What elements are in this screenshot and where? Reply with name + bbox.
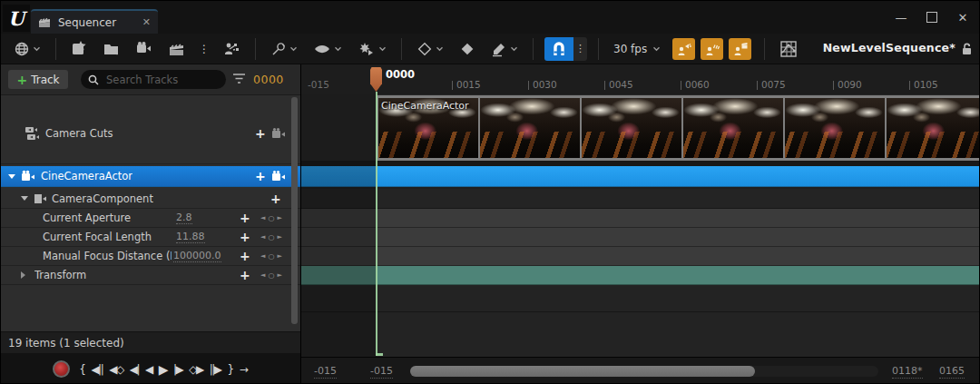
prev-key-icon[interactable]: ◄ bbox=[260, 233, 265, 241]
curve-editor-button[interactable] bbox=[776, 37, 801, 61]
actions-button[interactable] bbox=[219, 38, 244, 60]
keyframe-nav: ◄○► bbox=[256, 233, 287, 241]
next-key-icon[interactable]: ► bbox=[277, 214, 281, 222]
unreal-logo-icon[interactable]: U bbox=[3, 5, 30, 32]
save-sequence-button[interactable] bbox=[67, 37, 92, 60]
add-track-button[interactable]: + Track bbox=[8, 70, 68, 89]
step-forward-button[interactable]: |▶ bbox=[173, 363, 182, 376]
tab-sequencer[interactable]: Sequencer ✕ bbox=[31, 9, 158, 34]
jump-to-front-button[interactable]: ◀|| bbox=[91, 363, 103, 376]
snap-toggle-button[interactable] bbox=[544, 37, 573, 61]
camera-lock-button[interactable] bbox=[271, 170, 287, 182]
render-movie-button[interactable] bbox=[165, 39, 190, 59]
track-row-manual-focus-distance[interactable]: Manual Focus Distance (Focu 100000.0 + ◄… bbox=[1, 247, 300, 266]
jump-to-end-button[interactable]: ||▶ bbox=[210, 363, 221, 376]
add-key-button[interactable]: + bbox=[240, 269, 250, 281]
unlocked-icon[interactable] bbox=[960, 42, 974, 56]
aperture-value-field[interactable]: 2.8 bbox=[176, 212, 192, 224]
person-clapper-button[interactable] bbox=[729, 38, 751, 60]
playback-options-dropdown[interactable] bbox=[354, 38, 390, 60]
prev-key-icon[interactable]: ◄ bbox=[260, 252, 265, 260]
auto-key-button[interactable] bbox=[456, 38, 479, 60]
timeline-scrollbar-thumb[interactable] bbox=[410, 366, 755, 377]
world-dropdown[interactable] bbox=[10, 38, 44, 60]
expand-arrow-icon[interactable] bbox=[21, 196, 28, 201]
settings-dropdown[interactable] bbox=[267, 38, 301, 60]
snap-options-button[interactable]: ⋮ bbox=[573, 37, 587, 61]
next-key-icon[interactable]: ► bbox=[277, 252, 281, 260]
view-range-start-field[interactable]: -015 bbox=[370, 365, 393, 379]
current-time-display[interactable]: 0000 bbox=[253, 73, 284, 86]
track-row-camera-cuts[interactable]: Camera Cuts + bbox=[1, 103, 300, 164]
aperture-timeline-row[interactable] bbox=[301, 209, 980, 228]
transform-timeline-row[interactable] bbox=[301, 266, 980, 285]
timeline-scrollbar[interactable] bbox=[410, 366, 878, 377]
timeline-empty-area[interactable] bbox=[301, 285, 980, 357]
tab-close-icon[interactable]: ✕ bbox=[142, 16, 151, 28]
focal-length-value-field[interactable]: 11.88 bbox=[176, 231, 205, 243]
person-chart-button[interactable] bbox=[701, 38, 723, 60]
track-row-current-aperture[interactable]: Current Aperture 2.8 + ◄○► bbox=[1, 209, 300, 228]
add-track-section-button[interactable]: + bbox=[255, 170, 266, 182]
next-key-icon[interactable]: ► bbox=[277, 271, 281, 279]
playback-range-start-line[interactable] bbox=[376, 92, 377, 356]
close-button[interactable]: ✕ bbox=[950, 5, 975, 29]
maximize-button[interactable] bbox=[919, 5, 945, 29]
keyframe-options-dropdown[interactable] bbox=[413, 38, 447, 60]
filter-icon[interactable] bbox=[232, 73, 246, 84]
camera-lock-button[interactable] bbox=[271, 127, 287, 140]
set-playback-end-button[interactable]: } bbox=[228, 363, 233, 376]
collapse-arrow-icon[interactable] bbox=[21, 271, 25, 279]
set-playback-start-button[interactable]: { bbox=[79, 363, 84, 376]
track-row-current-focal-length[interactable]: Current Focal Length 11.88 + ◄○► bbox=[1, 228, 300, 247]
set-key-icon[interactable]: ○ bbox=[269, 233, 275, 241]
search-tracks-input[interactable] bbox=[104, 73, 208, 87]
step-backward-button[interactable]: ◀| bbox=[130, 363, 139, 376]
browse-sequence-button[interactable] bbox=[100, 38, 124, 60]
working-range-end-field[interactable]: 0165 bbox=[939, 365, 965, 379]
sequence-name-label[interactable]: NewLevelSequence* bbox=[823, 41, 956, 54]
set-key-icon[interactable]: ○ bbox=[269, 214, 275, 222]
play-button[interactable]: ▶ bbox=[159, 362, 167, 377]
track-row-transform[interactable]: Transform + ◄○► bbox=[1, 266, 300, 285]
more-options-button[interactable]: ⋮ bbox=[198, 40, 211, 58]
working-range-start-field[interactable]: -015 bbox=[314, 365, 337, 379]
cinecameraactor-timeline-row[interactable] bbox=[301, 166, 980, 187]
record-button[interactable] bbox=[53, 360, 70, 378]
view-range-end-field[interactable]: 0118* bbox=[892, 365, 923, 379]
add-key-button[interactable]: + bbox=[240, 250, 250, 262]
ruler-tick: 0030 bbox=[528, 79, 557, 90]
person-megaphone-button[interactable] bbox=[672, 38, 695, 60]
focus-distance-timeline-row[interactable] bbox=[301, 247, 980, 266]
next-key-icon[interactable]: ► bbox=[277, 233, 281, 241]
create-camera-button[interactable] bbox=[132, 38, 157, 59]
set-key-icon[interactable]: ○ bbox=[269, 252, 275, 261]
play-reverse-button[interactable]: ◀ bbox=[145, 363, 152, 376]
set-key-icon[interactable]: ○ bbox=[269, 271, 275, 280]
minimize-button[interactable]: — bbox=[888, 5, 914, 29]
expand-arrow-icon[interactable] bbox=[8, 174, 15, 179]
add-section-button[interactable]: + bbox=[270, 192, 281, 205]
keyframe-diamond-icon bbox=[416, 41, 433, 57]
prev-key-icon[interactable]: ◄ bbox=[260, 214, 265, 222]
previous-key-button[interactable]: ◀◇ bbox=[109, 363, 122, 376]
focus-distance-value-field[interactable]: 100000.0 bbox=[173, 250, 221, 262]
add-key-button[interactable]: + bbox=[240, 212, 250, 224]
prev-key-icon[interactable]: ◄ bbox=[260, 271, 265, 279]
track-row-cameracomponent[interactable]: CameraComponent + bbox=[1, 189, 300, 209]
next-key-button[interactable]: ◇▶ bbox=[189, 363, 202, 376]
outliner-scrollbar[interactable] bbox=[291, 97, 298, 324]
track-row-cinecameraactor[interactable]: CineCameraActor + bbox=[1, 166, 300, 187]
add-key-button[interactable]: + bbox=[240, 231, 250, 243]
playback-mode-button[interactable]: → bbox=[240, 363, 249, 376]
focal-length-timeline-row[interactable] bbox=[301, 228, 980, 247]
fps-dropdown[interactable]: 30 fps bbox=[610, 43, 664, 55]
chevron-down-icon bbox=[289, 46, 298, 52]
add-section-button[interactable]: + bbox=[255, 127, 266, 140]
search-box[interactable] bbox=[81, 70, 226, 89]
playhead-marker[interactable] bbox=[370, 67, 382, 92]
time-ruler[interactable]: -015 0015 0030 0045 0060 0075 0090 0105 … bbox=[301, 64, 980, 95]
cameracomponent-timeline-row[interactable] bbox=[301, 189, 980, 209]
edit-options-dropdown[interactable] bbox=[487, 38, 522, 60]
view-options-dropdown[interactable] bbox=[309, 40, 346, 58]
